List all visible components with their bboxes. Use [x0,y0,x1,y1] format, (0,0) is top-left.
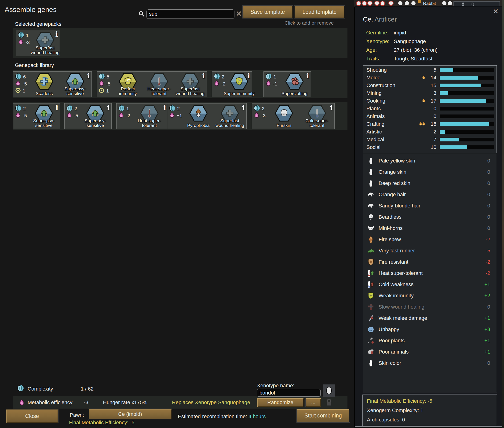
gene-row: Pale yellow skin0 [363,155,497,166]
info-icon[interactable]: i [56,30,58,38]
complexity-icon [214,73,220,81]
xenotype-name-label: Xenotype name: [257,383,294,389]
passion-flame-icon [419,122,422,126]
genepack-card[interactable]: 2 -2 Super immunity i [212,71,252,97]
skill-bar [440,99,494,103]
close-panel-icon[interactable]: ✕ [493,7,499,16]
pyrophobia-gene-icon [193,108,203,118]
weak-melee-gene-icon [367,315,375,322]
genepack-card[interactable]: 2 -3 Furskin Cold super-tolerant i [252,103,335,129]
pawn-field-row: Age:27 (bio), 36 (chron) [366,47,438,53]
randomize-button[interactable]: Randomize [257,398,304,407]
info-icon[interactable]: i [306,72,309,80]
skill-row: Social10 [363,143,496,151]
genepack-card[interactable]: 6 -5 1 Scarless Super psy-sensitive [13,71,92,97]
selected-genepack-card[interactable]: 1 -3 Superfast wound healing i [16,30,60,56]
xenotype-icon-button[interactable] [323,385,335,397]
gene-row: Sandy-blonde hair0 [363,200,497,211]
complexity-icon [15,105,21,112]
gene-row: Slow wound healing0 [363,301,497,313]
gene-row: Weak melee damage+1 [363,313,497,324]
complexity-value: 2 [23,106,26,111]
hunger-rate-label: Hunger rate x175% [103,399,147,405]
close-button[interactable]: Close [6,409,58,423]
genepack-card[interactable]: 1 -1 Superclotting i [264,71,311,97]
skin-gene-icon [367,169,375,176]
heat-tolerant-gene-icon [367,270,375,277]
gene-tile: Pyrophobia [183,104,214,128]
metabolism-value: -5 [106,81,111,87]
colonist-dot-icon [362,1,367,6]
psy-sensitive-gene-icon [70,77,80,86]
complexity-value: 5 [107,74,109,80]
gene-tile: Super psy-sensitive [29,104,59,128]
gene-tile: Heat super-tolerant [132,104,167,128]
genes-box: Pale yellow skin0 Orange skin0 Deep red … [363,153,497,392]
complexity-icon [265,73,272,81]
selected-genepacks-header: Selected genepacks [15,21,61,27]
final-metabolic-summary: Final Metabolic Efficiency: -5 [367,398,432,404]
genepack-card[interactable]: 5 -5 1 Perfect immunity Heat super-toler… [97,71,207,97]
pawn-info-panel: ✕ Ce, Artificer Germline:impid Xenotype:… [355,6,502,427]
info-icon[interactable]: i [202,72,205,80]
super-immunity-gene-icon [234,77,244,86]
info-icon[interactable]: i [87,72,90,80]
info-icon[interactable]: i [330,104,333,112]
recombination-time-value: 4 hours [248,413,265,419]
archite-icon [15,88,21,94]
genepack-card[interactable]: 2 -5 Super psy-sensitive i [64,103,112,129]
pawn-label: Pawn: [70,412,84,418]
gene-row: Fire spew-2 [363,234,497,245]
psy-sensitive-gene-icon [39,108,49,118]
hair-gene-icon [367,203,375,208]
save-template-button[interactable]: Save template [243,6,293,18]
skill-bar [440,122,494,126]
game-background-edge [502,0,504,428]
complexity-icon [17,385,24,392]
info-icon[interactable]: i [242,104,245,112]
pawn-select-button[interactable]: Ce (impid) [88,409,172,420]
genepack-card[interactable]: 1 -2 Heat super-tolerant i [116,103,168,129]
pawn-role: , Artificer [371,16,397,23]
search-input[interactable] [146,9,234,19]
page-title: Assemble genes [5,6,57,14]
info-icon[interactable]: i [107,104,110,112]
gene-row: Mini-horns0 [363,223,497,234]
complexity-value: 1 [26,33,29,38]
gene-tile: Super psy-sensitive [80,104,111,128]
genepack-card[interactable]: 2 -5 Super psy-sensitive i [13,103,60,129]
skill-bar [440,84,494,87]
skill-bar [440,130,494,134]
more-options-button[interactable]: ... [306,398,321,407]
info-icon[interactable]: i [56,104,58,112]
genepack-card[interactable]: 2 +1 Pyrophobia Superfast wound healing [167,103,247,129]
metabolism-icon [15,112,21,119]
metabolism-icon [18,39,24,46]
complexity-label: Complexity [28,386,53,392]
complexity-value: 1 [273,74,276,80]
info-icon[interactable]: i [164,104,166,112]
complexity-value: 2 [222,74,224,80]
lock-icon [326,398,332,407]
clear-search-icon[interactable]: ✕ [236,10,242,17]
gene-tile-label: Heat super-tolerant [133,118,166,128]
heat-tolerant-gene-icon [145,108,154,118]
load-template-button[interactable]: Load template [294,6,345,18]
wound-healing-gene-icon [185,77,195,86]
recombination-time-label: Estimated recombination time: 4 hours [178,413,265,420]
selected-genepacks-strip: 1 -3 Superfast wound healing i [13,28,347,58]
metabolism-value: -3 [25,40,30,45]
xenotype-name-input[interactable] [257,389,320,397]
metabolism-value: -1 [273,81,277,87]
gene-tile-label: Cold super-tolerant [301,118,333,128]
complexity-icon [118,105,124,112]
start-combining-button[interactable]: Start combining [297,409,350,422]
scarless-gene-icon [39,77,49,86]
passion-flame-icon [422,122,425,126]
search-icon [138,11,144,18]
skill-row: Melee14 [363,74,496,82]
info-icon[interactable]: i [248,72,250,80]
gene-tile-label: Pyrophobia [182,123,215,128]
gene-row: Beardless0 [363,211,497,223]
skin-gene-icon [367,157,375,164]
